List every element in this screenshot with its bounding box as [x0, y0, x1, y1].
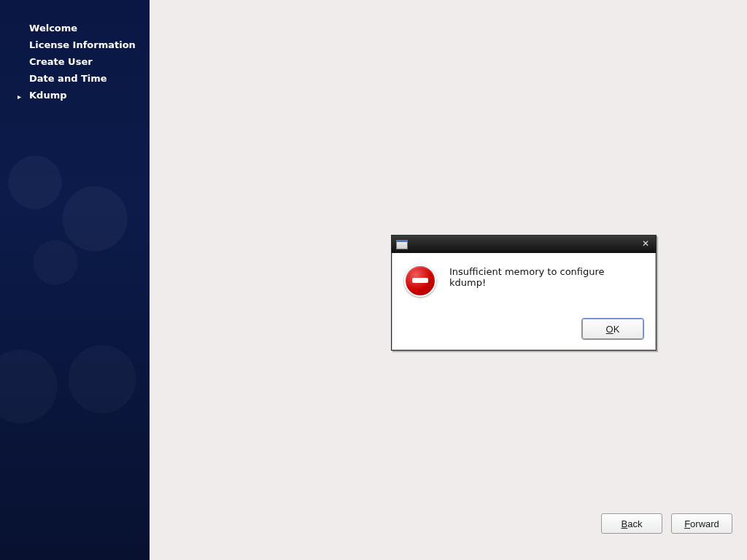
forward-button[interactable]: Forward	[671, 513, 732, 534]
dialog-actions: OK	[404, 319, 643, 339]
active-step-marker-icon: ▸	[18, 92, 21, 101]
window-icon	[396, 240, 408, 249]
close-icon[interactable]: ✕	[640, 238, 651, 250]
nav-item-label: Welcome	[29, 23, 77, 34]
wizard-main-panel: ✕ Insufficient memory to configure kdump…	[150, 0, 747, 560]
wizard-sidebar: ▸ Welcome ▸ License Information ▸ Create…	[0, 0, 150, 560]
dialog-body: Insufficient memory to configure kdump! …	[392, 253, 656, 350]
error-dialog: ✕ Insufficient memory to configure kdump…	[391, 235, 657, 351]
nav-item-license-information[interactable]: ▸ License Information	[0, 37, 150, 54]
nav-item-welcome[interactable]: ▸ Welcome	[0, 20, 150, 37]
error-icon	[404, 265, 436, 297]
back-button[interactable]: Back	[601, 513, 662, 534]
back-button-tail: ack	[627, 518, 642, 529]
nav-item-kdump[interactable]: ▸ Kdump	[0, 88, 150, 104]
dialog-message-row: Insufficient memory to configure kdump!	[404, 265, 643, 297]
nav-item-create-user[interactable]: ▸ Create User	[0, 54, 150, 71]
ok-button-tail: K	[614, 324, 620, 335]
nav-item-date-and-time[interactable]: ▸ Date and Time	[0, 71, 150, 88]
dialog-message: Insufficient memory to configure kdump!	[449, 265, 643, 288]
dialog-titlebar[interactable]: ✕	[392, 236, 656, 253]
nav-item-label: Kdump	[29, 90, 67, 101]
nav-item-label: Date and Time	[29, 73, 107, 84]
forward-button-tail: orward	[690, 518, 719, 529]
wizard-step-list: ▸ Welcome ▸ License Information ▸ Create…	[0, 20, 150, 104]
ok-button[interactable]: OK	[582, 319, 643, 339]
wizard-footer-buttons: Back Forward	[601, 513, 732, 534]
nav-item-label: License Information	[29, 39, 136, 50]
nav-item-label: Create User	[29, 56, 93, 67]
